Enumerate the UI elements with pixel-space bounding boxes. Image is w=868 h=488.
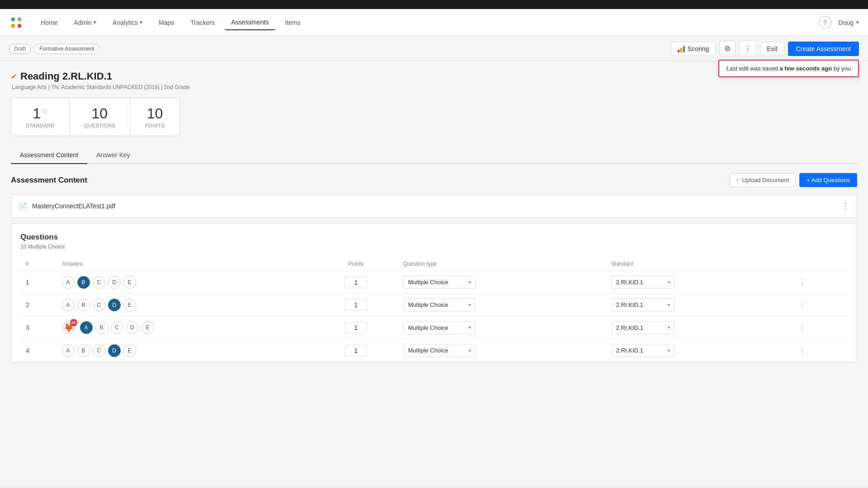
answer-option-D[interactable]: D	[126, 321, 139, 334]
standard-select[interactable]: 2.RI.KID.1	[611, 344, 675, 357]
answer-option-E[interactable]: E	[123, 276, 136, 289]
upload-document-button[interactable]: ↑ Upload Document	[730, 173, 796, 187]
upload-icon: ↑	[736, 177, 740, 183]
points-input[interactable]	[344, 299, 367, 311]
question-number: 1	[20, 271, 57, 294]
standard-select[interactable]: 2.RI.KID.1	[611, 276, 675, 289]
points-input[interactable]	[344, 277, 367, 288]
settings-button[interactable]: ⚙	[719, 41, 736, 56]
main-content: ✔ Reading 2.RL.KID.1 Language Arts | TN:…	[0, 61, 868, 486]
formative-badge[interactable]: Formative Assessment	[34, 44, 99, 54]
draft-badge[interactable]: Draft	[9, 44, 31, 54]
type-select[interactable]: Multiple Choice	[403, 321, 476, 334]
sub-header: Draft Formative Assessment Scoring ⚙ ⋮ E…	[0, 36, 868, 61]
content-tabs: Assessment Content Answer Key	[11, 147, 857, 164]
standard-cell: 2.RI.KID.1	[606, 294, 791, 316]
question-number: 2	[20, 294, 57, 316]
standard-select[interactable]: 2.RI.KID.1	[611, 298, 675, 311]
nav-maps[interactable]: Maps	[152, 15, 180, 30]
question-number: 4	[20, 339, 57, 362]
help-icon[interactable]: ?	[819, 16, 831, 29]
type-select[interactable]: Multiple Choice	[403, 298, 476, 311]
answers-cell: ABCDE	[57, 294, 314, 316]
answer-option-A[interactable]: A	[62, 344, 75, 357]
stats-row: 1 ⓘ STANDARD 10 QUESTIONS 10 POINTS	[11, 98, 857, 136]
type-select[interactable]: Multiple Choice	[403, 344, 476, 357]
save-message-end: by you	[832, 65, 851, 72]
answer-option-E[interactable]: E	[142, 321, 154, 334]
answer-option-C[interactable]: C	[93, 344, 105, 357]
table-row: 3 🦊 24 ABCDEMultiple Choice2.RI.KID.1⋮	[20, 316, 848, 339]
file-name: MasteryConnectELATest1.pdf	[32, 202, 115, 210]
row-more-button[interactable]: ⋮	[797, 278, 808, 287]
svg-point-1	[18, 17, 22, 21]
answer-option-D[interactable]: D	[108, 299, 121, 311]
svg-point-3	[18, 23, 22, 28]
standard-select-wrapper: 2.RI.KID.1	[611, 276, 675, 289]
tab-assessment-content[interactable]: Assessment Content	[11, 147, 87, 164]
user-menu[interactable]: Doug ▾	[839, 19, 859, 26]
stat-standard-label: STANDARD	[26, 123, 55, 128]
answer-option-A[interactable]: A	[62, 299, 75, 311]
stat-points-number: 10	[147, 105, 163, 122]
col-answers: Answers	[57, 257, 314, 271]
answer-option-A[interactable]: A	[80, 321, 93, 334]
answer-option-A[interactable]: A	[62, 276, 75, 289]
stat-points: 10 POINTS	[130, 98, 180, 136]
assessment-meta: Language Arts | TN: Academic Standards U…	[12, 84, 857, 90]
logo[interactable]	[9, 15, 24, 30]
file-more-button[interactable]: ⋮	[841, 201, 849, 211]
type-select-wrapper: Multiple Choice	[403, 298, 476, 311]
answer-option-E[interactable]: E	[123, 344, 136, 357]
answer-option-B[interactable]: B	[77, 276, 90, 289]
type-cell: Multiple Choice	[398, 294, 606, 316]
answer-option-B[interactable]: B	[77, 344, 90, 357]
stat-standard-info: 1 ⓘ	[33, 105, 47, 122]
more-options-button[interactable]: ⋮	[739, 41, 756, 56]
type-cell: Multiple Choice	[398, 316, 606, 339]
info-icon[interactable]: ⓘ	[42, 108, 47, 115]
questions-table: # Answers Points Question type Standard …	[20, 257, 848, 362]
col-type: Question type	[398, 257, 606, 271]
answer-option-C[interactable]: C	[93, 276, 105, 289]
type-cell: Multiple Choice	[398, 271, 606, 294]
add-questions-button[interactable]: + Add Questions	[799, 173, 857, 187]
nav-home[interactable]: Home	[34, 15, 64, 30]
answer-option-D[interactable]: D	[108, 344, 121, 357]
nav-analytics[interactable]: Analytics ▾	[106, 15, 149, 30]
nav-items-link[interactable]: Items	[279, 15, 307, 30]
exit-button[interactable]: Exit	[760, 42, 784, 56]
col-points: Points	[314, 257, 398, 271]
standard-select[interactable]: 2.RI.KID.1	[611, 321, 675, 334]
answer-option-C[interactable]: C	[111, 321, 123, 334]
create-assessment-button[interactable]: Create Assessment	[788, 42, 859, 56]
row-more-button[interactable]: ⋮	[797, 346, 808, 355]
stat-questions: 10 QUESTIONS	[70, 98, 130, 136]
scoring-button[interactable]: Scoring	[671, 42, 716, 56]
row-more-button[interactable]: ⋮	[797, 323, 808, 332]
type-select[interactable]: Multiple Choice	[403, 276, 476, 289]
points-input[interactable]	[344, 322, 367, 333]
questions-container: Questions 10 Multiple Choice # Answers P…	[11, 223, 857, 362]
answer-option-C[interactable]: C	[93, 299, 105, 311]
points-cell	[314, 294, 398, 316]
tab-answer-key[interactable]: Answer Key	[87, 147, 139, 164]
row-more-button[interactable]: ⋮	[797, 300, 808, 310]
nav-trackers[interactable]: Trackers	[184, 15, 221, 30]
svg-point-0	[11, 17, 15, 21]
points-input[interactable]	[344, 345, 367, 357]
standard-cell: 2.RI.KID.1	[606, 316, 791, 339]
row-actions-cell: ⋮	[791, 339, 848, 362]
nav-admin[interactable]: Admin ▾	[67, 15, 103, 30]
section-actions: ↑ Upload Document + Add Questions	[730, 173, 857, 187]
answer-option-D[interactable]: D	[108, 276, 121, 289]
answer-option-B[interactable]: B	[95, 321, 108, 334]
standard-select-wrapper: 2.RI.KID.1	[611, 298, 675, 311]
nav-assessments[interactable]: Assessments	[225, 15, 275, 30]
type-select-wrapper: Multiple Choice	[403, 321, 476, 334]
user-name: Doug	[839, 19, 854, 26]
answer-option-E[interactable]: E	[123, 299, 136, 311]
standard-select-wrapper: 2.RI.KID.1	[611, 321, 675, 334]
questions-title: Questions	[20, 233, 848, 242]
answer-option-B[interactable]: B	[77, 299, 90, 311]
